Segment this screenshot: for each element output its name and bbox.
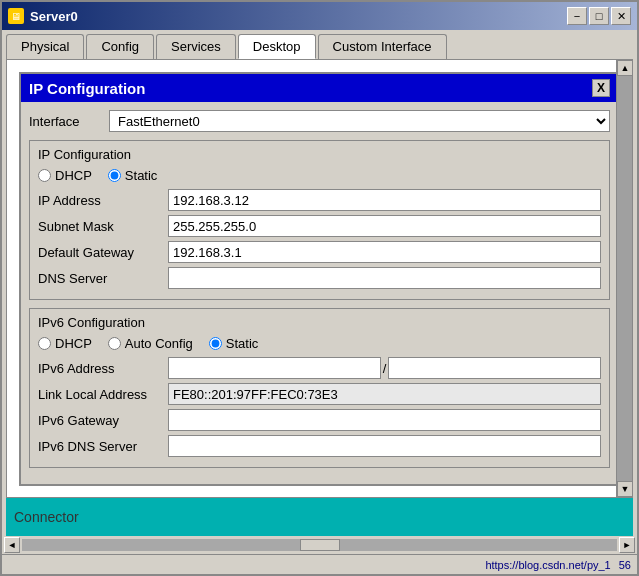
h-scroll-thumb[interactable] bbox=[300, 539, 340, 551]
interface-select[interactable]: FastEthernet0 bbox=[109, 110, 610, 132]
ipv6-dns-row: IPv6 DNS Server bbox=[38, 435, 601, 457]
maximize-button[interactable]: □ bbox=[589, 7, 609, 25]
ipv6-address-input[interactable] bbox=[168, 357, 381, 379]
ipv6-gateway-input[interactable] bbox=[168, 409, 601, 431]
ipv6-mode-row: DHCP Auto Config Static bbox=[38, 336, 601, 351]
static-option[interactable]: Static bbox=[108, 168, 158, 183]
content-area: IP Configuration X Interface FastEtherne… bbox=[6, 59, 633, 498]
ipv6-static-option[interactable]: Static bbox=[209, 336, 259, 351]
subnet-mask-input[interactable] bbox=[168, 215, 601, 237]
window-icon: 🖥 bbox=[8, 8, 24, 24]
ipv6-address-wrap: / bbox=[168, 357, 601, 379]
dhcp-radio[interactable] bbox=[38, 169, 51, 182]
ip-address-label: IP Address bbox=[38, 193, 168, 208]
status-url: https://blog.csdn.net/py_1 bbox=[485, 559, 610, 571]
title-bar-buttons: − □ ✕ bbox=[567, 7, 631, 25]
connector-area: Connector bbox=[6, 498, 633, 536]
connector-label: Connector bbox=[14, 509, 79, 525]
close-button[interactable]: ✕ bbox=[611, 7, 631, 25]
dns-server-row: DNS Server bbox=[38, 267, 601, 289]
ipv6-auto-option[interactable]: Auto Config bbox=[108, 336, 193, 351]
tab-config[interactable]: Config bbox=[86, 34, 154, 59]
ipv6-dhcp-radio[interactable] bbox=[38, 337, 51, 350]
ipv6-auto-radio[interactable] bbox=[108, 337, 121, 350]
scroll-left-button[interactable]: ◄ bbox=[4, 537, 20, 553]
ipv6-section: IPv6 Configuration DHCP Auto Config bbox=[29, 308, 610, 468]
tab-physical[interactable]: Physical bbox=[6, 34, 84, 59]
ip-config-header: IP Configuration X bbox=[21, 74, 618, 102]
ipv4-section: IP Configuration DHCP Static bbox=[29, 140, 610, 300]
tab-services[interactable]: Services bbox=[156, 34, 236, 59]
default-gateway-input[interactable] bbox=[168, 241, 601, 263]
subnet-mask-row: Subnet Mask bbox=[38, 215, 601, 237]
interface-label: Interface bbox=[29, 114, 109, 129]
dns-server-label: DNS Server bbox=[38, 271, 168, 286]
interface-row: Interface FastEthernet0 bbox=[29, 110, 610, 132]
ipv4-section-title: IP Configuration bbox=[38, 147, 601, 162]
window-title: Server0 bbox=[30, 9, 567, 24]
ip-config-dialog: IP Configuration X Interface FastEtherne… bbox=[19, 72, 620, 486]
ip-config-title: IP Configuration bbox=[29, 80, 145, 97]
dns-server-input[interactable] bbox=[168, 267, 601, 289]
default-gateway-label: Default Gateway bbox=[38, 245, 168, 260]
scroll-right-button[interactable]: ► bbox=[619, 537, 635, 553]
ip-address-row: IP Address bbox=[38, 189, 601, 211]
link-local-row: Link Local Address bbox=[38, 383, 601, 405]
scroll-down-button[interactable]: ▼ bbox=[617, 481, 633, 497]
ipv6-gateway-label: IPv6 Gateway bbox=[38, 413, 168, 428]
tab-bar: Physical Config Services Desktop Custom … bbox=[2, 30, 637, 59]
scroll-track[interactable] bbox=[617, 76, 632, 481]
ipv6-dns-label: IPv6 DNS Server bbox=[38, 439, 168, 454]
tab-desktop[interactable]: Desktop bbox=[238, 34, 316, 59]
ipv6-section-title: IPv6 Configuration bbox=[38, 315, 601, 330]
default-gateway-row: Default Gateway bbox=[38, 241, 601, 263]
right-scrollbar: ▲ ▼ bbox=[616, 60, 632, 497]
status-page: 56 bbox=[619, 559, 631, 571]
status-bar: https://blog.csdn.net/py_1 56 bbox=[2, 554, 637, 574]
ip-config-close-button[interactable]: X bbox=[592, 79, 610, 97]
ipv6-gateway-row: IPv6 Gateway bbox=[38, 409, 601, 431]
dhcp-option[interactable]: DHCP bbox=[38, 168, 92, 183]
ipv6-address-label: IPv6 Address bbox=[38, 361, 168, 376]
horizontal-scrollbar: ◄ ► bbox=[2, 536, 637, 554]
ipv6-prefix-input[interactable] bbox=[388, 357, 601, 379]
scroll-area: IP Configuration X Interface FastEtherne… bbox=[7, 60, 632, 498]
scroll-up-button[interactable]: ▲ bbox=[617, 60, 633, 76]
h-scroll-track[interactable] bbox=[22, 539, 617, 551]
tab-custom-interface[interactable]: Custom Interface bbox=[318, 34, 447, 59]
ipv6-address-row: IPv6 Address / bbox=[38, 357, 601, 379]
main-window: 🖥 Server0 − □ ✕ Physical Config Services… bbox=[0, 0, 639, 576]
ipv6-slash: / bbox=[383, 361, 387, 376]
static-radio[interactable] bbox=[108, 169, 121, 182]
ip-address-input[interactable] bbox=[168, 189, 601, 211]
minimize-button[interactable]: − bbox=[567, 7, 587, 25]
ipv6-dhcp-option[interactable]: DHCP bbox=[38, 336, 92, 351]
subnet-mask-label: Subnet Mask bbox=[38, 219, 168, 234]
ip-config-body: Interface FastEthernet0 IP Configuration… bbox=[21, 102, 618, 484]
link-local-input bbox=[168, 383, 601, 405]
title-bar: 🖥 Server0 − □ ✕ bbox=[2, 2, 637, 30]
ipv6-static-radio[interactable] bbox=[209, 337, 222, 350]
ipv6-dns-input[interactable] bbox=[168, 435, 601, 457]
dhcp-static-row: DHCP Static bbox=[38, 168, 601, 183]
link-local-label: Link Local Address bbox=[38, 387, 168, 402]
